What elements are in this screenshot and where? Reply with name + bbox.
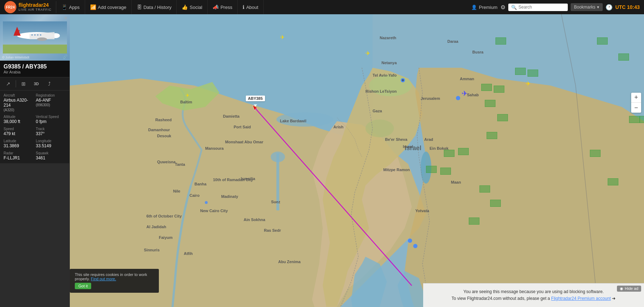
vertical-speed-item: Vertical Speed 0 fpm [36,115,66,124]
search-icon: 🔍 [511,5,517,10]
flight-airline: Air Arabia [4,70,66,74]
bookmarks-button[interactable]: Bookmarks ▾ [571,3,603,11]
action-bar: ↗ ⊞ 3D ⤴ [0,77,69,91]
flight-callsign-map: ABY385 [248,96,263,101]
svg-rect-7 [31,34,33,36]
coverage-square [597,37,608,45]
nav-social[interactable]: 👍 Social [177,0,207,14]
coverage-icon: 📶 [90,4,96,10]
close-button[interactable]: × [64,15,67,21]
map[interactable]: NazarethDaraaBusraNetanyaTel Aviv-YafoAm… [70,14,644,307]
nav-data-label: Data / History [144,5,172,10]
logo-sub: LIVE AIR TRAFFIC [19,8,52,12]
press-icon: 📣 [213,4,219,10]
aircraft-type-label: Aircraft [4,93,34,97]
3d-mode-button[interactable]: 3D [30,79,42,89]
svg-point-33 [205,201,208,204]
svg-marker-17 [405,68,644,307]
premium-label: Premium [479,5,497,10]
settings-button[interactable]: ⚙ [500,4,505,11]
aircraft-marker[interactable]: ✈ [365,50,370,57]
squawk-item: Squawk 3461 [36,151,66,160]
logo[interactable]: FR24 flightradar24 LIVE AIR TRAFFIC [0,1,56,13]
vertical-speed-value: 0 fpm [36,119,66,124]
altitude-label: Altitude [4,115,34,119]
premium-button[interactable]: 👤 Premium [471,5,497,10]
logo-icon: FR24 [4,1,16,13]
speed-item: Speed 479 kt [4,127,34,136]
coverage-square [444,150,455,157]
nav-press[interactable]: 📣 Press [208,0,238,14]
coverage-square [494,86,504,93]
apps-icon: 📱 [61,4,67,10]
track-value: 337° [36,131,66,136]
svg-point-24 [271,152,285,162]
svg-point-30 [456,96,460,100]
squawk-label: Squawk [36,151,66,155]
registration-label: Registration [36,93,66,97]
aircraft-marker[interactable]: ✈ [186,93,189,98]
hide-ad-label: Hide ad [625,286,638,291]
selected-aircraft-marker[interactable]: ✈ [462,89,468,98]
hide-ad-icon: ◉ [620,286,623,291]
svg-point-32 [413,244,417,248]
ad-line2: To view Flightradar24.com without ads, p… [452,296,550,301]
altitude-value: 38,000 ft [4,119,34,124]
flight-info: Aircraft Airbus A320-214 (A320) Registra… [0,91,69,163]
hide-ad-button[interactable]: ◉ Hide ad [617,286,641,292]
flight-header: G9385 / ABY385 Air Arabia [0,61,69,77]
search-box[interactable]: 🔍 [508,4,568,11]
action-divider [16,80,16,87]
nav-apps[interactable]: 📱 Apps [56,0,85,14]
data-icon: 🗄 [137,4,142,10]
nav-about[interactable]: ℹ About [238,0,264,14]
nav-data-history[interactable]: 🗄 Data / History [132,0,177,14]
svg-point-19 [365,119,394,137]
svg-rect-9 [37,34,38,36]
select-tool-button[interactable]: ↗ [2,79,14,89]
registration-item: Registration A6-ANF (896300) [36,93,66,112]
track-item: Track 337° [36,127,66,136]
registration-code: (896300) [36,103,66,107]
coverage-square [485,100,495,107]
svg-rect-10 [40,34,41,36]
coverage-square [458,148,469,155]
nav-social-label: Social [189,5,202,10]
zoom-in-button[interactable]: + [631,93,641,103]
nav-add-coverage[interactable]: 📶 Add coverage [85,0,132,14]
svg-point-25 [276,112,333,127]
search-input[interactable] [519,5,565,10]
latitude-label: Latitude [4,139,34,143]
clock-button[interactable]: 🕐 [606,4,613,11]
registration-value: A6-ANF [36,98,66,103]
ad-premium-link[interactable]: Flightradar24 Premium account [551,296,611,301]
coverage-square [495,37,506,45]
coverage-square [629,116,640,123]
share-button[interactable]: ⤴ [43,79,55,89]
nav-press-label: Press [220,5,232,10]
photo-credit: © Julian Mittelstädt [2,56,29,59]
coverage-square [490,200,501,207]
coverage-square [497,114,508,121]
about-icon: ℹ [243,4,244,10]
svg-point-6 [37,37,47,41]
zoom-out-button[interactable]: − [631,103,641,113]
coverage-square [618,53,629,61]
aircraft-marker[interactable]: ✈ [280,34,285,41]
cookie-link[interactable]: Find out more. [91,277,116,281]
bookmarks-dropdown-icon: ▾ [597,5,599,10]
aircraft-code: (A320) [4,108,34,112]
aircraft-marker[interactable]: ✈ [526,80,530,87]
split-view-button[interactable]: ⊞ [17,79,30,89]
photo-link[interactable]: 🔗 [63,55,68,59]
radar-value: F-LLJR1 [4,155,34,160]
coverage-square [515,68,526,75]
altitude-item: Altitude 38,000 ft [4,115,34,124]
coverage-square [469,218,479,225]
got-it-button[interactable]: Got it [75,283,91,289]
social-icon: 👍 [182,4,188,10]
latitude-item: Latitude 31.3869 [4,139,34,148]
latitude-value: 31.3869 [4,143,34,148]
nav-about-label: About [246,5,258,10]
longitude-value: 33.5149 [36,143,66,148]
